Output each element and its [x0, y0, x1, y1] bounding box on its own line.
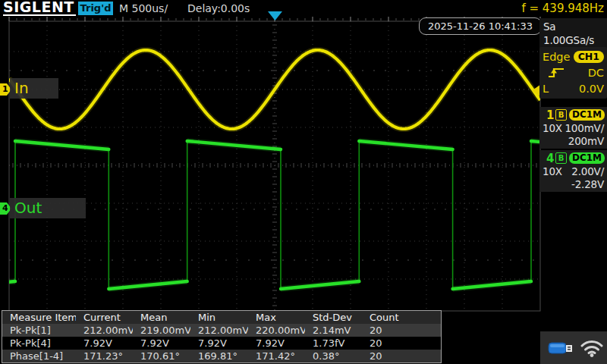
measure-table-header: Measure Item Current Mean Min Max Std-De… [2, 311, 441, 324]
ch4-coupling-badge: DC1M [569, 152, 605, 164]
trigger-source-badge[interactable]: CH1 [574, 51, 604, 63]
frequency-counter: f = 439.948Hz [521, 2, 604, 15]
measure-cell: 7.92V [190, 337, 248, 349]
trigger-level-value: 0.0V [579, 83, 604, 95]
measure-cell: 0.38° [305, 350, 362, 362]
ch1-probe: 10X [543, 122, 562, 135]
ch1-trace-label: In [10, 78, 58, 99]
ch4-trace-label: Out [10, 198, 86, 218]
measure-cell: 7.92V [248, 337, 305, 349]
ch4-bandwidth-badge: B [555, 152, 567, 164]
measure-cell: 171.42° [248, 350, 305, 362]
ch1-info-box[interactable]: 1 B DC1M 10X 100mV/ 200mV [539, 107, 607, 149]
graticule-and-waveforms [0, 0, 607, 364]
measure-header-cell: Count [362, 312, 441, 323]
measure-cell: 20 [362, 350, 441, 362]
measure-cell: 20 [362, 325, 441, 336]
trigger-panel[interactable]: Edge CH1 DC L 0.0V [539, 47, 607, 99]
measure-item: Phase[1-4] [2, 350, 76, 362]
trigger-level-label: L [543, 83, 549, 95]
measure-cell: 171.23° [76, 350, 133, 362]
ch1-coupling-badge: DC1M [569, 109, 605, 121]
measure-cell: 7.92V [133, 337, 190, 349]
measure-cell: 2.14mV [305, 325, 362, 336]
measure-item: Pk-Pk[1] [2, 325, 76, 336]
measure-table: Measure Item Current Mean Min Max Std-De… [2, 310, 442, 363]
measure-cell: 220.00mV [248, 325, 305, 336]
status-icon-panel [540, 331, 607, 364]
acquisition-panel: Sa 1.00GSa/s Curr 7.00Mpts [539, 18, 607, 49]
ch1-number: 1 [546, 108, 554, 122]
measure-item: Pk-Pk[4] [2, 337, 76, 349]
measure-cell: 219.00mV [133, 325, 190, 336]
measure-cell: 20 [362, 337, 441, 349]
sample-rate: Sa 1.00GSa/s [543, 20, 607, 47]
measure-cell: 1.73fV [305, 337, 362, 349]
measure-cell: 170.61° [133, 350, 190, 362]
rising-edge-icon [546, 66, 566, 80]
trigger-status-badge: Trig'd [78, 2, 113, 15]
measure-row-pkpk4: Pk-Pk[4] 7.92V 7.92V 7.92V 7.92V 1.73fV … [2, 337, 441, 350]
oscilloscope-screen: SIGLENT Trig'd M 500us/ Delay:0.00s f = … [0, 0, 607, 364]
ch4-offset: -2.28V [571, 178, 604, 191]
measure-header-cell: Min [190, 312, 248, 323]
measure-header-cell: Std-Dev [305, 312, 362, 323]
wifi-icon [580, 337, 603, 358]
measure-cell: 212.00mV [76, 325, 133, 336]
ch1-bandwidth-badge: B [555, 109, 567, 121]
measure-row-pkpk1: Pk-Pk[1] 212.00mV 219.00mV 212.00mV 220.… [2, 324, 441, 337]
usb-icon [548, 340, 574, 356]
ch4-scale: 2.00V/ [571, 165, 604, 178]
trigger-type: Edge [543, 51, 571, 63]
measure-cell: 212.00mV [190, 325, 248, 336]
datetime-display: 2025-11-26 10:41:33 [419, 17, 542, 35]
ch4-probe: 10X [543, 165, 562, 178]
measure-header-cell: Current [76, 312, 133, 323]
graticule [9, 17, 540, 311]
delay-readout[interactable]: Delay:0.00s [187, 2, 250, 14]
measure-header-cell: Max [248, 312, 305, 323]
measure-row-phase14: Phase[1-4] 171.23° 170.61° 169.81° 171.4… [2, 350, 441, 362]
ch4-number: 4 [546, 152, 554, 165]
ch4-info-box[interactable]: 4 B DC1M 10X 2.00V/ -2.28V [539, 150, 607, 192]
measure-cell: 169.81° [190, 350, 248, 362]
siglent-logo: SIGLENT [3, 0, 76, 16]
ch1-scale: 100mV/ [565, 122, 604, 135]
trigger-coupling: DC [588, 67, 604, 79]
measure-header-cell: Measure Item [2, 312, 76, 323]
measure-cell: 7.92V [76, 337, 133, 349]
measure-header-cell: Mean [133, 312, 190, 323]
timebase-readout[interactable]: M 500us/ [119, 2, 168, 14]
ch1-offset: 200mV [568, 135, 604, 148]
